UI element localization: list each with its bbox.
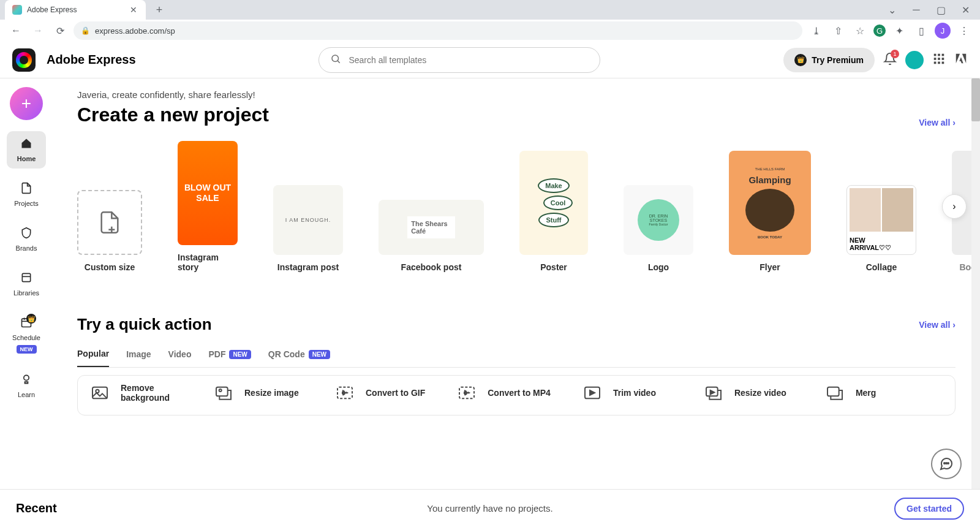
collage-thumb: NEWARRIVAL♡♡ — [846, 185, 916, 255]
card-label: Facebook post — [401, 262, 462, 272]
chat-help-button[interactable] — [931, 449, 962, 479]
grammarly-icon[interactable]: G — [873, 25, 886, 37]
url-text: express.adobe.com/sp — [95, 26, 175, 36]
sidepanel-icon[interactable]: ▯ — [913, 22, 930, 39]
card-instagram-story[interactable]: BLOW OUT SALE Instagram story — [178, 141, 238, 272]
qa-merge[interactable]: Merg — [823, 381, 914, 405]
quick-action-tabs: Popular Image Video PDFNEW QR CodeNEW — [77, 344, 956, 368]
image-icon — [88, 381, 112, 405]
resize-video-icon — [701, 381, 726, 405]
share-icon[interactable]: ⇧ — [829, 22, 846, 39]
qa-label: Resize video — [734, 388, 786, 398]
svg-rect-6 — [938, 58, 940, 60]
profile-avatar[interactable]: J — [935, 23, 951, 39]
card-label: Poster — [540, 262, 567, 272]
poster-thumb: Make Cool Stuff — [519, 151, 588, 255]
card-logo[interactable]: DR. ERIN STOKESFamily Doctor Logo — [624, 185, 693, 272]
quick-action-title: Try a quick action — [77, 315, 212, 334]
sidebar-item-libraries[interactable]: Libraries — [7, 265, 46, 303]
qa-resize-video[interactable]: Resize video — [701, 381, 793, 405]
tab-title: Adobe Express — [27, 6, 124, 14]
tab-qrcode[interactable]: QR CodeNEW — [268, 344, 330, 367]
try-premium-button[interactable]: 👑 Try Premium — [783, 48, 875, 72]
install-app-icon[interactable]: ⤓ — [807, 22, 824, 39]
scrollbar[interactable] — [971, 78, 980, 489]
view-all-link[interactable]: View all › — [919, 118, 956, 127]
convert-icon — [333, 381, 357, 405]
reload-button[interactable]: ⟳ — [51, 22, 69, 39]
tab-dropdown-icon[interactable]: ⌄ — [882, 1, 902, 18]
project-type-carousel: Custom size BLOW OUT SALE Instagram stor… — [77, 141, 956, 272]
maximize-icon[interactable]: ▢ — [931, 1, 951, 18]
extensions-icon[interactable]: ✦ — [891, 22, 908, 39]
tab-video[interactable]: Video — [168, 344, 192, 367]
home-icon — [20, 137, 32, 153]
svg-point-0 — [332, 55, 339, 62]
section-title: Create a new project — [77, 104, 269, 126]
card-custom-size[interactable]: Custom size — [77, 190, 142, 272]
minimize-icon[interactable]: ─ — [907, 1, 926, 18]
card-poster[interactable]: Make Cool Stuff Poster — [519, 151, 588, 272]
close-window-icon[interactable]: ✕ — [956, 1, 975, 18]
adobe-icon[interactable] — [954, 52, 968, 68]
learn-icon — [20, 373, 32, 389]
sidebar-item-brands[interactable]: Brands — [7, 221, 46, 258]
svg-rect-11 — [22, 273, 30, 281]
flyer-thumb: THE HILLS FARM Glamping BOOK TODAY — [729, 151, 811, 255]
svg-line-1 — [338, 61, 340, 63]
resize-icon — [211, 381, 236, 405]
card-label: Custom size — [85, 262, 135, 272]
create-button[interactable]: + — [10, 87, 43, 120]
sidebar-item-home[interactable]: Home — [7, 131, 46, 169]
app-logo[interactable] — [12, 48, 36, 72]
card-label: Instagram post — [277, 262, 339, 272]
svg-rect-9 — [938, 61, 940, 64]
tab-image[interactable]: Image — [126, 344, 151, 367]
qa-resize-image[interactable]: Resize image — [211, 381, 303, 405]
qa-convert-mp4[interactable]: Convert to MP4 — [454, 381, 551, 405]
back-button[interactable]: ← — [7, 22, 24, 39]
tab-close-icon[interactable]: ✕ — [129, 5, 138, 15]
instagram-post-thumb: I AM ENOUGH. — [273, 185, 343, 255]
footer-title: Recent — [16, 501, 57, 515]
search-bar[interactable] — [318, 47, 600, 73]
carousel-next-button[interactable]: › — [942, 194, 967, 219]
browser-menu-icon[interactable]: ⋮ — [956, 22, 973, 39]
qa-remove-background[interactable]: Remove background — [88, 381, 182, 405]
qa-trim-video[interactable]: Trim video — [580, 381, 672, 405]
tab-popular[interactable]: Popular — [77, 344, 109, 367]
browser-tab[interactable]: Adobe Express ✕ — [5, 0, 146, 20]
view-all-link[interactable]: View all › — [919, 320, 956, 330]
svg-point-17 — [24, 375, 29, 380]
apps-grid-icon[interactable] — [932, 52, 946, 68]
sidebar-item-schedule[interactable]: Schedule NEW — [7, 310, 46, 360]
search-input[interactable] — [349, 55, 589, 65]
brands-icon — [20, 227, 32, 242]
sidebar-item-projects[interactable]: Projects — [7, 176, 46, 213]
card-collage[interactable]: NEWARRIVAL♡♡ Collage — [846, 185, 916, 272]
user-avatar[interactable] — [905, 51, 924, 69]
crown-icon: 👑 — [794, 54, 807, 66]
forward-button[interactable]: → — [29, 22, 47, 39]
tab-pdf[interactable]: PDFNEW — [208, 344, 251, 367]
new-tab-button[interactable]: + — [151, 1, 168, 18]
card-flyer[interactable]: THE HILLS FARM Glamping BOOK TODAY Flyer — [729, 151, 811, 272]
instagram-story-thumb: BLOW OUT SALE — [178, 141, 238, 245]
quick-action-row: Remove background Resize image Convert t… — [77, 375, 956, 415]
footer-message: You currently have no projects. — [427, 503, 552, 514]
card-facebook-post[interactable]: The Shears Café Facebook post — [379, 200, 484, 272]
sidebar-item-learn[interactable]: Learn — [7, 367, 46, 404]
greeting-text: Javeria, create confidently, share fearl… — [77, 89, 956, 100]
get-started-button[interactable]: Get started — [894, 498, 964, 520]
trim-icon — [580, 381, 605, 405]
qa-convert-gif[interactable]: Convert to GIF — [333, 381, 425, 405]
url-field[interactable]: 🔒 express.adobe.com/sp — [74, 21, 802, 40]
card-instagram-post[interactable]: I AM ENOUGH. Instagram post — [273, 185, 343, 272]
app-header: Adobe Express 👑 Try Premium 1 — [0, 42, 980, 78]
bookmark-icon[interactable]: ☆ — [851, 22, 869, 39]
notifications-button[interactable]: 1 — [883, 52, 897, 68]
qa-label: Convert to MP4 — [488, 388, 551, 398]
schedule-icon — [20, 316, 32, 332]
browser-tab-bar: Adobe Express ✕ + ⌄ ─ ▢ ✕ — [0, 0, 980, 20]
card-label: Instagram story — [178, 252, 238, 272]
